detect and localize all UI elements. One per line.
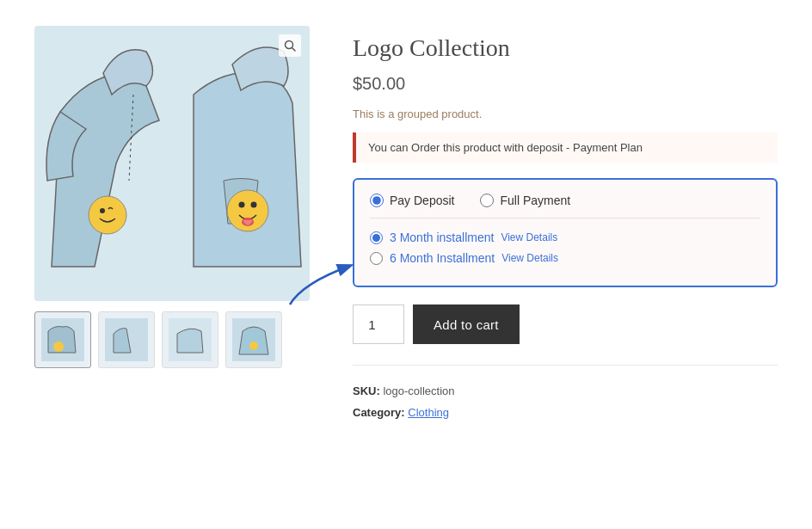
svg-point-11 [53, 341, 64, 352]
pay-deposit-option[interactable]: Pay Deposit [370, 194, 454, 207]
thumbnail-2[interactable] [98, 311, 155, 368]
svg-point-8 [251, 202, 257, 208]
payment-type-row: Pay Deposit Full Payment [370, 194, 760, 218]
category-link[interactable]: Clothing [408, 406, 449, 419]
add-to-cart-row: Add to cart [353, 304, 778, 344]
sku-value: logo-collection [383, 384, 454, 397]
svg-point-5 [100, 208, 105, 213]
product-section: Logo Collection $50.00 This is a grouped… [353, 26, 778, 423]
installment-6month-row: 6 Month Installment View Details [370, 251, 760, 265]
thumbnail-gallery [34, 311, 310, 368]
svg-point-15 [249, 341, 258, 350]
thumbnail-1[interactable] [34, 311, 91, 368]
category-label: Category: [353, 406, 405, 419]
category-row: Category: Clothing [353, 403, 778, 424]
product-title: Logo Collection [353, 34, 778, 62]
page-container: Logo Collection $50.00 This is a grouped… [0, 0, 812, 449]
installment-3month-row: 3 Month installment View Details [370, 231, 760, 244]
full-payment-label: Full Payment [500, 194, 570, 207]
sku-label: SKU: [353, 384, 380, 397]
product-illustration [34, 26, 310, 301]
thumbnail-4[interactable] [225, 311, 282, 368]
add-to-cart-button[interactable]: Add to cart [413, 304, 520, 344]
installment-3month-details-link[interactable]: View Details [501, 231, 557, 243]
arrow-annotation [286, 257, 363, 311]
svg-point-4 [89, 196, 126, 234]
grouped-label: This is a grouped product. [353, 108, 778, 120]
product-price: $50.00 [353, 74, 778, 94]
full-payment-option[interactable]: Full Payment [480, 194, 570, 207]
product-meta: SKU: logo-collection Category: Clothing [353, 365, 778, 423]
main-product-image [34, 26, 310, 301]
sku-row: SKU: logo-collection [353, 381, 778, 403]
payment-notice: You can Order this product with deposit … [353, 132, 778, 163]
gallery-section [34, 26, 310, 368]
installment-6month-details-link[interactable]: View Details [501, 252, 558, 264]
installment-3month-radio[interactable] [370, 231, 383, 244]
pay-deposit-radio[interactable] [370, 194, 384, 207]
svg-point-7 [239, 202, 245, 208]
zoom-icon[interactable] [279, 34, 301, 57]
payment-options-box: Pay Deposit Full Payment 3 Month install… [353, 178, 778, 287]
svg-line-1 [292, 48, 296, 52]
installment-3month-label: 3 Month installment [390, 231, 494, 244]
full-payment-radio[interactable] [480, 194, 494, 207]
thumbnail-3[interactable] [162, 311, 218, 368]
installment-6month-label: 6 Month Installment [390, 251, 495, 265]
installment-6month-radio[interactable] [370, 252, 383, 265]
pay-deposit-label: Pay Deposit [390, 194, 454, 207]
